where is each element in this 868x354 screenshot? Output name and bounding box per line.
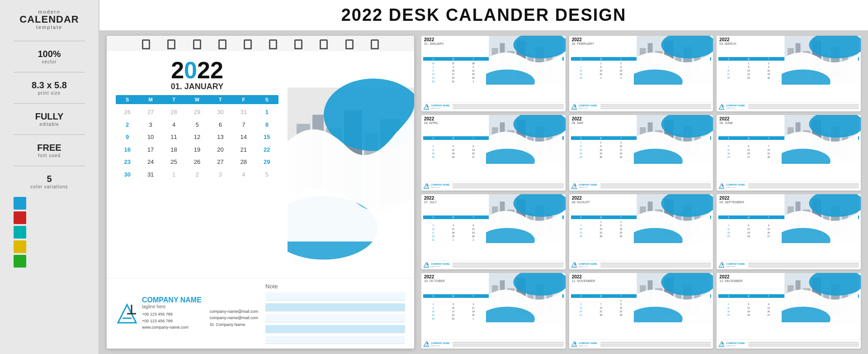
vector-stat: 100% vector (38, 48, 61, 65)
thumb-footer: COMPANY NAME tagline here (717, 102, 861, 111)
content-area: 2022 01. JANUARY S M T W T F S 262728293… (99, 30, 868, 354)
thumb-cal-cell: 1 (463, 317, 483, 321)
thumb-cal-cell: 2 (591, 141, 611, 144)
thumb-day-header-cell: T (463, 294, 483, 298)
thumb-lines (453, 263, 563, 268)
thumb-cal-cell: 23 (591, 152, 611, 155)
thumb-company-text: COMPANY NAME tagline here (726, 342, 745, 347)
cal-cell: 17 (139, 144, 162, 156)
ring-5 (244, 39, 252, 49)
thumb-logo-icon (718, 104, 725, 110)
thumb-company-text: COMPANY NAME tagline here (726, 263, 745, 268)
swatch-yellow (14, 240, 26, 253)
fully-value: FULLY (35, 111, 64, 122)
thumb-cal-cell: 24 (423, 234, 443, 238)
thumb-company-tag: tagline here (726, 107, 745, 109)
thumb-day-header-cell: M (591, 57, 611, 61)
thumb-cal-cell: 22 (739, 72, 759, 76)
thumb-cal-cell: 26 (739, 234, 759, 238)
thumb-footer: COMPANY NAME tagline here (569, 260, 713, 269)
thumb-footer: COMPANY NAME tagline here (421, 182, 566, 191)
thumb-day-header-cell: T (463, 215, 483, 219)
cal-cell: 6 (209, 119, 232, 131)
thumb-cal-cell: 11 (463, 306, 483, 310)
cal-cell: 27 (139, 106, 162, 119)
vector-value: 100% (38, 48, 61, 59)
note-area: Note (265, 283, 405, 344)
note-line-5 (265, 336, 405, 344)
thumb-cal-cell: 23 (759, 72, 778, 76)
thumb-cal-cell: 12 (463, 227, 483, 231)
thumb-image-area (782, 194, 861, 243)
thumb-cal-cell: 14 (759, 148, 778, 152)
thumb-cal-cell: 25 (443, 234, 463, 238)
thumb-cal-cell: 9 (423, 69, 443, 72)
thumb-cal-cell: 11 (443, 227, 463, 231)
cal-cell: 7 (232, 119, 255, 131)
thumb-line-1 (453, 104, 563, 105)
thumb-line-2 (748, 106, 859, 107)
cal-cell: 11 (162, 131, 185, 144)
cal-cell: 16 (116, 144, 139, 156)
thumb-company-tag: tagline here (431, 107, 449, 109)
thumb-cal-cell: 1 (463, 80, 483, 83)
thumb-footer: COMPANY NAME tagline here (717, 340, 861, 349)
thumb-cal-cell: 25 (718, 313, 738, 317)
note-lines (265, 292, 405, 344)
cal-cell: 20 (209, 144, 232, 156)
thumb-line-2 (453, 106, 563, 107)
cal-cell: 4 (232, 168, 255, 181)
day-t2: T (209, 95, 232, 104)
ring-2 (167, 39, 175, 49)
thumb-footer: COMPANY NAME tagline here (569, 182, 713, 191)
thumb-cal-cell: 30 (591, 155, 611, 159)
thumb-day-header-cell: S (423, 57, 443, 61)
thumb-image-area (782, 273, 861, 322)
thumb-cal-cell: 14 (591, 306, 611, 310)
note-label: Note (265, 283, 405, 290)
thumb-cal-cell: 29 (591, 234, 611, 238)
cal-cell: 24 (139, 156, 162, 168)
cal-cell: 1 (255, 106, 278, 119)
thumb-logo-icon (423, 104, 429, 110)
thumb-line-1 (453, 342, 563, 343)
thumb-cal-cell (759, 141, 778, 144)
note-line-4 (265, 325, 405, 333)
thumb-cal-cell: 4 (718, 302, 738, 306)
company-details-2: company-name@mail.com company-name@mail.… (210, 308, 258, 328)
thumb-cal-cell: 8 (611, 302, 631, 306)
thumb-cal-cell: 26 (718, 155, 738, 159)
thumb-cal-cell: 12 (443, 148, 463, 152)
cal-cell: 1 (162, 168, 185, 181)
thumb-cal-cell: 19 (739, 231, 759, 234)
thumb-year: 2022 (572, 275, 595, 279)
thumbnail-item: 202212. DECEMBER SMTWTFS1234567891011121… (717, 273, 861, 349)
thumb-cal-cell: 7 (759, 144, 778, 148)
thumb-cal-cell: 2 (611, 62, 631, 65)
company-area: COMPANY NAME tagline here +00 123 456 78… (107, 278, 414, 349)
thumb-cal-cell (571, 220, 591, 224)
thumb-image-area (634, 194, 713, 243)
thumb-lines (453, 183, 563, 188)
cal-cell: 18 (162, 144, 185, 156)
thumb-cal-cell: 28 (571, 76, 591, 80)
thumb-cal-cell: 12 (739, 227, 759, 231)
company-info-2: company-name@mail.com company-name@mail.… (210, 299, 258, 328)
thumb-cal-cell: 16 (611, 69, 631, 72)
thumb-cal-cell: 20 (739, 152, 759, 155)
thumb-logo-icon (571, 262, 577, 268)
thumb-cal-cell: 7 (571, 65, 591, 69)
thumb-cal-cell: 14 (718, 69, 738, 72)
thumb-cal-cell: 20 (463, 152, 483, 155)
thumb-cal-cell: 15 (739, 69, 759, 72)
thumb-cal-cell: 14 (571, 227, 591, 231)
thumb-month: 02. FEBRUARY (572, 42, 594, 45)
thumb-line-1 (453, 183, 563, 185)
thumb-line-3 (453, 108, 563, 109)
thumb-cal-cell: 18 (423, 152, 443, 155)
thumb-year: 2022 (572, 117, 584, 121)
vector-sub: vector (38, 59, 61, 65)
cal-cell: 8 (255, 119, 278, 131)
cal-cell: 26 (185, 156, 208, 168)
thumbnail-item: 202202. FEBRUARY SMTWTFS1234567891011121… (569, 36, 713, 111)
